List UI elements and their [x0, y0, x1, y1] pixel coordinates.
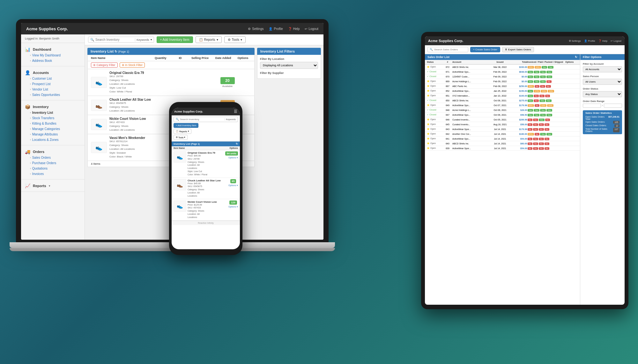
- settings-icon: ⚙: [248, 27, 251, 31]
- row-account-643: ActiveWear Spor...: [452, 128, 491, 130]
- tablet-search-input[interactable]: [434, 48, 466, 51]
- search-input[interactable]: [95, 38, 134, 41]
- phone-tools-btn[interactable]: ⚙ Tools ▾: [174, 135, 188, 140]
- row-badges-646: NoNoYesNo: [527, 119, 566, 121]
- sidebar: Logged In: Benjamin Smith 📊 Dashboard › …: [21, 34, 85, 240]
- sidebar-item-attributes[interactable]: › Manage Attributes: [21, 132, 85, 137]
- sidebar-item-stock-transfers[interactable]: › Stock Transfers: [21, 115, 85, 121]
- row-total-649: $179.98: [510, 104, 527, 106]
- phone-item-info-2: Chuck Leather All Star Low Price: $45.89…: [188, 179, 227, 198]
- table-row: ⭐ Open 667 ABC Pants Inc. Feb 08, 2022 $…: [425, 84, 580, 89]
- row-status-643: ⭐ Open: [427, 128, 443, 130]
- sidebar-item-kitting[interactable]: › Kitting & Bundles: [21, 121, 85, 126]
- sidebar-section-reports: 📈 Reports ▾: [21, 179, 85, 192]
- account-filter-select[interactable]: All Accounts: [583, 66, 622, 72]
- row-status-650: ✓ Closed: [427, 99, 443, 102]
- table-row: ⭐ Open 645 Curated Invento... Aug 18, 20…: [425, 122, 580, 127]
- row-status-641: ⭐ Open: [427, 137, 443, 140]
- add-inventory-button[interactable]: + Add Inventory Item: [157, 36, 193, 43]
- hamburger-icon[interactable]: ☰: [234, 109, 237, 114]
- sidebar-item-my-dashboard[interactable]: › View My Dashboard: [21, 53, 85, 58]
- sidebar-section-dashboard: 📊 Dashboard › View My Dashboard › Addres…: [21, 43, 85, 66]
- phone-search-box[interactable]: 🔍 Keywords: [174, 117, 238, 122]
- order-status-select[interactable]: Any Status: [583, 91, 622, 97]
- row-badges-645: NoNoNoNo: [527, 123, 566, 126]
- sidebar-item-prospect-list[interactable]: › Prospect List: [21, 81, 85, 87]
- row-date-651: Jan 10, 2022: [491, 95, 510, 97]
- phone-options-btn-1[interactable]: Options ▾: [228, 157, 238, 159]
- tablet-profile-nav[interactable]: 👤 Profile: [584, 40, 595, 42]
- sidebar-item-address-book[interactable]: › Address Book: [21, 58, 85, 63]
- phone-search-input[interactable]: [180, 118, 224, 121]
- row-account-671: ActiveWear Spo...: [452, 71, 491, 73]
- stats-total-label: Total Number of Sales Orders:: [585, 128, 613, 132]
- row-num-646: 646: [443, 119, 452, 121]
- row-badges-672: 44%44%YesYes: [527, 66, 566, 68]
- sidebar-item-locations[interactable]: › Locations & Zones: [21, 137, 85, 142]
- tablet-device: Acme Supplies Corp. ⚙ Settings 👤 Profile…: [421, 32, 628, 309]
- tools-button[interactable]: ⚙ Tools ▾: [224, 36, 246, 43]
- sidebar-title-orders: 🚚 Orders: [21, 148, 85, 155]
- tablet-logout-nav[interactable]: ↩ Logout: [611, 40, 621, 42]
- profile-icon: 👤: [269, 27, 272, 31]
- table-row: ⭐ Open 672 ABCD Shirts Inc. Mar 08, 2022…: [425, 65, 580, 69]
- filter-panel-body: Filter By Location Displaying All Locati…: [257, 55, 321, 79]
- phone-col-options: Options: [217, 147, 238, 149]
- row-total-646: $289.98: [510, 119, 527, 121]
- row-status-647: ✓ Closed: [427, 113, 443, 116]
- row-badges-669: YesYesYesNo: [527, 80, 566, 83]
- sidebar-item-quotations[interactable]: › Quotations: [21, 166, 85, 171]
- date-to-input[interactable]: [604, 104, 622, 108]
- sidebar-item-categories[interactable]: › Manage Categories: [21, 126, 85, 132]
- row-status-651: ⭐ Open: [427, 94, 443, 97]
- phone-item-img-1: 👟: [174, 151, 186, 163]
- sidebar-item-customer-list[interactable]: › Customer List: [21, 76, 85, 81]
- create-sale-button[interactable]: + Create Sales Order: [470, 47, 500, 52]
- help-nav-item[interactable]: ❓ Help: [288, 27, 300, 31]
- phone-col-name: Item Name: [174, 147, 217, 149]
- reports-button[interactable]: 📋 Reports ▾: [196, 36, 222, 43]
- row-badges-641: NoNoNoNo: [527, 138, 566, 140]
- sidebar-item-vendor-list[interactable]: › Vendor List: [21, 87, 85, 92]
- tablet-settings-nav[interactable]: ⚙ Settings: [569, 40, 581, 42]
- phone-reports-icon: 📋: [176, 130, 179, 133]
- table-row: ✓ Closed 647 ActiveWear Spo... Oct 06, 2…: [425, 113, 580, 117]
- row-badges-652: Yes27%33%33%: [527, 90, 566, 92]
- settings-nav-item[interactable]: ⚙ Settings: [248, 27, 263, 31]
- sales-person-select[interactable]: All Users: [583, 79, 622, 85]
- export-sales-button[interactable]: ⬇ Export Sales Orders: [502, 47, 534, 52]
- phone-logo: Acme Supplies Corp.: [174, 110, 203, 113]
- logout-nav-item[interactable]: ↩ Logout: [305, 27, 318, 31]
- profile-nav-item[interactable]: 👤 Profile: [269, 27, 283, 31]
- tablet-search-box[interactable]: 🔍: [427, 47, 468, 52]
- location-filter-select[interactable]: Displaying All Locations: [260, 62, 318, 69]
- phone-item-img-3: 👟: [174, 200, 186, 212]
- phone-keywords-btn[interactable]: Keywords: [225, 118, 236, 120]
- keywords-dropdown[interactable]: Keywords: [135, 38, 149, 41]
- phone-options-btn-3[interactable]: Options ▾: [228, 206, 238, 208]
- sidebar-item-sales-orders[interactable]: › Sales Orders: [21, 155, 85, 160]
- sidebar-item-sales-opp[interactable]: › Sales Opportunities: [21, 92, 85, 98]
- filter-location-label: Filter By Location: [260, 57, 318, 61]
- tablet-help-nav[interactable]: ❓ Help: [598, 40, 608, 42]
- phone-options-btn-2[interactable]: Options ▾: [228, 184, 238, 187]
- phone-outer: Acme Supplies Corp. ☰ 🔍 Keywords + Add I…: [169, 102, 242, 255]
- row-account-641: ActiveWear Spo...: [452, 138, 491, 140]
- item-info-1: Original Classic Era 79 SKU: 29799Catego…: [109, 71, 204, 94]
- sidebar-item-invoices[interactable]: › Invoices: [21, 171, 85, 177]
- category-filter-tag[interactable]: ⊗ Category Filter: [91, 62, 118, 68]
- row-total-640: $60.00: [510, 142, 527, 145]
- row-total-671: $648.00: [510, 71, 527, 73]
- phone-add-inventory-btn[interactable]: + Add Inventory Item: [174, 123, 198, 128]
- date-separator: -: [602, 104, 603, 108]
- date-from-input[interactable]: [583, 104, 601, 108]
- search-box[interactable]: 🔍 Keywords ▾: [88, 37, 154, 43]
- phone-refresh-icon[interactable]: ↻: [236, 142, 238, 145]
- refresh-icon[interactable]: ↻: [575, 55, 577, 59]
- in-stock-filter-tag[interactable]: ⊗ In Stock Filter: [120, 62, 145, 68]
- col-quantity: Quantity: [149, 56, 172, 60]
- sidebar-item-purchase-orders[interactable]: › Purchase Orders: [21, 160, 85, 166]
- phone-reports-btn[interactable]: 📋 Reports ▾: [174, 129, 191, 134]
- phone-qty-badge-2: 85: [230, 179, 236, 183]
- sidebar-item-inventory-list[interactable]: › Inventory List: [21, 110, 85, 115]
